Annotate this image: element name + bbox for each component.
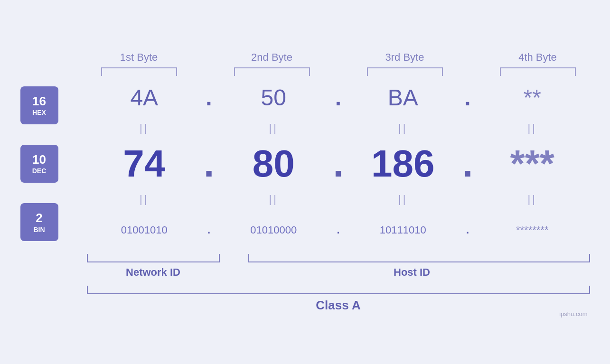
eq-1-2: ||: [216, 122, 331, 134]
bin-badge-name: BIN: [33, 226, 45, 234]
left-col: 16 HEX 10 DEC 2 BIN: [20, 76, 87, 252]
byte-label-2: 2nd Byte: [251, 51, 292, 64]
eq-2-2: ||: [216, 193, 331, 205]
hex-badge: 16 HEX: [20, 86, 58, 124]
bin-val-3: 10111010: [346, 224, 461, 236]
bin-row: 01001010 . 01010000 . 10111010 . *******…: [87, 209, 590, 252]
hex-dot-2: .: [331, 84, 346, 111]
bin-val-4: ********: [475, 224, 590, 236]
network-id-label: Network ID: [87, 266, 220, 279]
equals-row-1: || || || ||: [87, 119, 590, 138]
bracket-top-4: [500, 67, 576, 76]
bracket-bottom-row: [87, 254, 590, 262]
hex-badge-container: 16 HEX: [20, 77, 58, 134]
eq-1-4: ||: [475, 122, 590, 134]
dec-val-4: ***: [475, 142, 590, 186]
byte-col-4: 4th Byte: [486, 51, 590, 76]
class-section: Class A: [87, 286, 590, 313]
dec-row: 74 . 80 . 186 . ***: [87, 138, 590, 190]
byte-col-3: 3rd Byte: [353, 51, 457, 76]
hex-val-3: BA: [346, 84, 461, 111]
byte-label-3: 3rd Byte: [385, 51, 424, 64]
data-section: 16 HEX 10 DEC 2 BIN 4A: [20, 76, 590, 252]
hex-dot-1: .: [202, 84, 216, 111]
host-id-label: Host ID: [234, 266, 590, 279]
bin-badge-container: 2 BIN: [20, 194, 58, 251]
byte-col-1: 1st Byte: [87, 51, 191, 76]
equals-row-2: || || || ||: [87, 190, 590, 209]
hex-val-4: **: [475, 84, 590, 111]
dec-dot-3: .: [460, 142, 475, 186]
dec-dot-2: .: [331, 142, 346, 186]
bin-dot-2: .: [331, 224, 346, 236]
labels-row: Network ID Host ID: [87, 266, 590, 279]
byte-col-2: 2nd Byte: [220, 51, 324, 76]
hex-badge-num: 16: [32, 94, 46, 109]
eq-1-3: ||: [346, 122, 461, 134]
host-bracket: [248, 254, 590, 262]
eq-2-1: ||: [87, 193, 202, 205]
dec-badge: 10 DEC: [20, 145, 58, 183]
eq-1-1: ||: [87, 122, 202, 134]
class-label: Class A: [87, 298, 590, 313]
bracket-top-3: [367, 67, 443, 76]
hex-val-2: 50: [216, 84, 331, 111]
dec-badge-container: 10 DEC: [20, 135, 58, 192]
bin-val-2: 01010000: [216, 224, 331, 236]
bottom-section: Network ID Host ID: [87, 254, 590, 279]
bin-dot-1: .: [202, 224, 216, 236]
bin-dot-3: .: [460, 224, 475, 236]
dec-val-3: 186: [346, 142, 461, 186]
dec-badge-name: DEC: [32, 167, 47, 175]
bracket-top-2: [234, 67, 310, 76]
bracket-top-1: [101, 67, 177, 76]
class-bracket: [87, 286, 590, 294]
bin-badge: 2 BIN: [20, 203, 58, 241]
dec-val-1: 74: [87, 142, 202, 186]
byte-label-4: 4th Byte: [518, 51, 557, 64]
byte-label-1: 1st Byte: [120, 51, 158, 64]
hex-row: 4A . 50 . BA . **: [87, 76, 590, 119]
eq-2-3: ||: [346, 193, 461, 205]
hex-dot-3: .: [460, 84, 475, 111]
dec-dot-1: .: [202, 142, 216, 186]
header-row: 1st Byte 2nd Byte 3rd Byte 4th Byte: [87, 51, 590, 76]
network-bracket: [87, 254, 220, 262]
dec-val-2: 80: [216, 142, 331, 186]
right-grid: 4A . 50 . BA . ** || || || || 74: [87, 76, 590, 252]
bin-badge-num: 2: [36, 211, 42, 225]
dec-badge-num: 10: [32, 152, 46, 167]
eq-2-4: ||: [475, 193, 590, 205]
hex-badge-name: HEX: [32, 109, 46, 117]
bin-val-1: 01001010: [87, 224, 202, 236]
watermark: ipshu.com: [559, 310, 587, 317]
hex-val-1: 4A: [87, 84, 202, 111]
